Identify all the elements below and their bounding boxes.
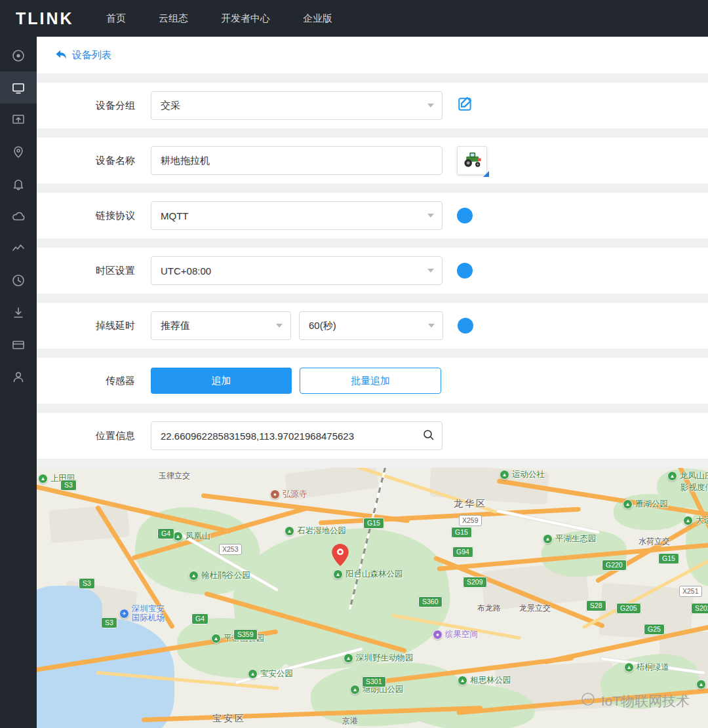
map-park-label: 影视度假	[680, 482, 708, 493]
device-group-value: 交采	[161, 100, 180, 112]
sidebar-item-billing[interactable]	[0, 328, 37, 360]
map-road-shield: G15	[363, 518, 384, 529]
map-poi-label: ●缤果空间	[433, 629, 478, 640]
park-pin-icon: ▲	[285, 526, 294, 536]
back-arrow-icon	[55, 49, 67, 62]
map-road-shield: X259	[459, 515, 482, 526]
timezone-row: 时区设置 UTC+08:00	[37, 248, 708, 294]
sidebar-item-user[interactable]	[0, 360, 37, 393]
map-road-label: 水荷立交	[639, 536, 670, 547]
park-pin-icon: ▲	[173, 531, 183, 541]
map-district-label: 宝安区	[212, 713, 246, 725]
delay-seconds-select[interactable]: 60(秒)	[299, 311, 443, 340]
map-park-label: ▲翰杜鹃谷公园	[189, 570, 250, 581]
delay-mode-select[interactable]: 推荐值	[151, 311, 291, 340]
protocol-row: 链接协议 MQTT	[37, 193, 708, 239]
sidebar-item-radar[interactable]	[0, 39, 37, 71]
map-road-label: 京港	[342, 716, 358, 727]
map-road-shield: X253	[219, 544, 242, 555]
map-road-shield: S3	[79, 578, 95, 589]
nav-menu: 首页 云组态 开发者中心 企业版	[106, 12, 332, 25]
poi-icon: ●	[433, 630, 442, 640]
location-row: 位置信息	[37, 413, 708, 459]
map-poi-label: ●弘源寺	[270, 489, 307, 500]
device-icon-picker[interactable]	[457, 146, 487, 175]
edit-group-icon[interactable]	[457, 96, 474, 115]
device-group-select[interactable]: 交采	[151, 91, 442, 120]
back-bar: 设备列表	[37, 37, 708, 73]
sidebar-item-devices[interactable]	[0, 71, 37, 104]
map-road-shield: G205	[616, 603, 641, 614]
sidebar-item-alerts[interactable]	[0, 168, 37, 200]
protocol-label: 链接协议	[92, 210, 135, 222]
location-input[interactable]	[151, 421, 442, 450]
chevron-down-icon	[427, 214, 434, 218]
map-road-shield: S3	[60, 480, 77, 491]
map-road-shield: G4	[191, 613, 208, 624]
map-park-label: ▲梧桐绿道	[624, 662, 669, 673]
chevron-down-icon	[427, 104, 434, 107]
nav-item-scada[interactable]: 云组态	[159, 12, 188, 25]
left-sidebar	[0, 37, 37, 728]
map-road-shield: S3	[101, 617, 117, 628]
map-road-shield: S28	[586, 600, 606, 611]
delay-status-dot	[458, 318, 473, 334]
tlink-logo[interactable]: TLINK	[16, 9, 93, 28]
location-label: 位置信息	[92, 430, 135, 442]
park-pin-icon: ▲	[333, 569, 343, 579]
chevron-down-icon	[276, 324, 283, 328]
chevron-down-icon	[428, 324, 435, 328]
sidebar-item-download[interactable]	[0, 296, 37, 328]
search-location-icon[interactable]	[422, 428, 436, 445]
map-park-label: ▲深圳野生动物园	[344, 653, 414, 664]
park-pin-icon: ▲	[458, 676, 467, 685]
map-road-label: 龙景立交	[519, 603, 551, 614]
map-park-label: ▲平湖生态园	[543, 533, 597, 545]
nav-item-home[interactable]: 首页	[106, 12, 126, 25]
map-road-shield: S360	[418, 596, 442, 607]
timezone-label: 时区设置	[92, 265, 135, 277]
park-pin-icon: ▲	[624, 662, 634, 672]
device-group-row: 设备分组 交采	[37, 83, 708, 128]
protocol-value: MQTT	[161, 210, 189, 221]
map-road-shield: G15	[658, 553, 679, 564]
sidebar-item-screen-cast[interactable]	[0, 104, 37, 136]
park-pin-icon: ▲	[500, 470, 509, 480]
add-sensor-button[interactable]: 追加	[151, 368, 292, 394]
device-name-input[interactable]	[151, 146, 442, 175]
offline-delay-label: 掉线延时	[92, 320, 135, 332]
back-label: 设备列表	[72, 49, 111, 62]
sidebar-item-cloud[interactable]	[0, 200, 37, 232]
map-park-label: ▲雁湖公园	[623, 499, 668, 510]
poi-icon: ●	[270, 489, 280, 499]
map-park-label: ▲阳台山森林公园	[333, 569, 403, 580]
map-airport-label: ✈深圳宝安国际机场	[119, 604, 165, 623]
offline-delay-row: 掉线延时 推荐值 60(秒)	[37, 303, 708, 349]
map-water	[37, 586, 102, 638]
sidebar-item-location[interactable]	[0, 136, 37, 168]
park-pin-icon: ▲	[696, 680, 706, 689]
download-icon	[11, 305, 26, 320]
sidebar-item-history[interactable]	[0, 264, 37, 296]
park-pin-icon: ▲	[623, 499, 633, 509]
map-road-shield: S359	[233, 629, 258, 640]
map-park-label: ▲凤凰山	[173, 531, 210, 542]
back-to-device-list[interactable]: 设备列表	[55, 49, 111, 62]
watermark: IoT物联网技术	[580, 691, 690, 711]
park-pin-icon: ▲	[350, 685, 360, 695]
sidebar-item-signal[interactable]	[0, 232, 37, 264]
protocol-status-dot	[457, 208, 473, 223]
nav-item-developer[interactable]: 开发者中心	[221, 12, 270, 25]
location-icon	[11, 145, 26, 159]
nav-item-enterprise[interactable]: 企业版	[303, 12, 332, 25]
map-marker-pin[interactable]	[332, 544, 349, 569]
map-park-label: ▲相思林公园	[458, 675, 511, 686]
map[interactable]: ▲上田园▲凤凰山▲石岩湿地公园▲运动公社▲龙凤山庄影视度假▲雁湖公园▲大运绿道▲…	[37, 468, 708, 728]
protocol-select[interactable]: MQTT	[151, 201, 442, 230]
batch-add-sensor-button[interactable]: 批量追加	[300, 368, 441, 394]
map-road-label: 玉律立交	[159, 470, 190, 482]
park-pin-icon: ▲	[211, 634, 221, 643]
timezone-select[interactable]: UTC+08:00	[151, 256, 442, 285]
airplane-icon: ✈	[119, 609, 129, 619]
top-navbar: TLINK 首页 云组态 开发者中心 企业版	[0, 0, 708, 37]
